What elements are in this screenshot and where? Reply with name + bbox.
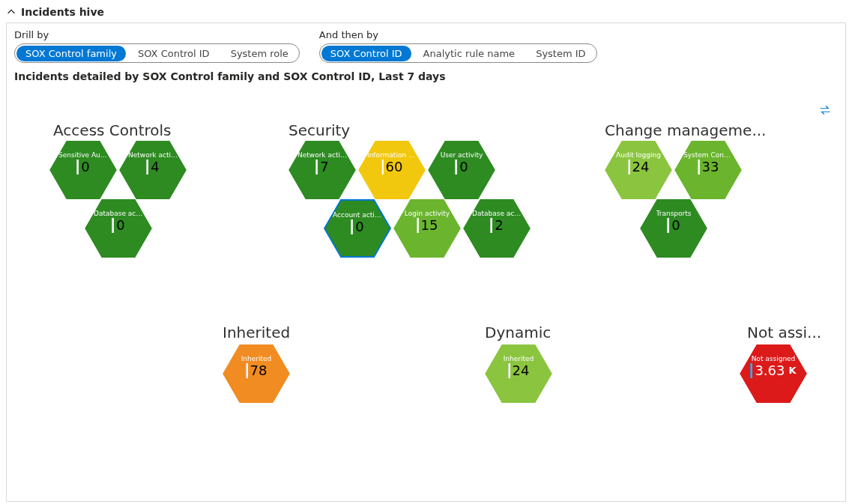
pill-then-system-id[interactable]: System ID <box>527 46 594 61</box>
hex-indicator-bar <box>490 218 492 233</box>
hex-value: 78 <box>250 362 268 378</box>
pill-sox-control-family[interactable]: SOX Control family <box>16 46 126 61</box>
hex-value: 33 <box>702 159 719 174</box>
hex-label: Sensitive Auth... <box>58 151 108 159</box>
then-by-pills: SOX Control ID Analytic rule name System… <box>319 43 597 63</box>
hex-value: 60 <box>386 159 403 174</box>
hex-indicator-bar <box>698 160 700 174</box>
hex-label: Inherited <box>504 355 534 362</box>
hive-hex[interactable]: Transports0 <box>640 199 707 258</box>
hex-label: Database acti... <box>472 210 522 217</box>
hive-hex[interactable]: Not assigned3.63K <box>740 344 807 403</box>
hex-value: 24 <box>632 159 650 174</box>
hive-hex[interactable]: Database acti...2 <box>463 199 531 258</box>
hex-value: 3.63 <box>755 362 785 378</box>
hive-hex[interactable]: Database acti...0 <box>85 199 152 258</box>
hex-label: System Confi... <box>683 151 733 159</box>
hive-hex[interactable]: Login activity15 <box>393 199 461 258</box>
swap-view-button[interactable] <box>818 103 832 119</box>
hex-indicator-bar <box>351 219 353 234</box>
chart-subtitle: Incidents detailed by SOX Control family… <box>14 70 838 82</box>
hex-label: Account activity <box>333 211 382 219</box>
then-by-label: And then by <box>319 29 378 40</box>
hex-label: Network activ... <box>128 151 178 159</box>
pill-then-analytic-rule[interactable]: Analytic rule name <box>414 46 525 61</box>
hex-indicator-bar <box>750 363 752 378</box>
hex-value: 24 <box>513 362 530 378</box>
hex-label: Audit logging <box>616 151 661 159</box>
then-by-group: And then by SOX Control ID Analytic rule… <box>319 29 597 63</box>
hive-hex[interactable]: Network activ...4 <box>119 141 187 199</box>
hex-indicator-bar <box>508 363 510 378</box>
hex-value: 15 <box>421 217 438 233</box>
hex-label: Inherited <box>241 355 272 362</box>
hex-label: Not assigned <box>752 355 796 362</box>
hive-hex[interactable]: Network activ...7 <box>288 141 356 199</box>
hex-value: 0 <box>671 217 680 233</box>
section-title: Incidents hive <box>21 6 104 18</box>
group-title: Change manageme... <box>605 121 766 139</box>
hex-indicator-bar <box>315 160 318 174</box>
hex-label: Information A... <box>367 151 417 159</box>
hex-value: 7 <box>320 159 328 174</box>
drill-by-label: Drill by <box>14 29 49 40</box>
hex-unit: K <box>789 365 797 376</box>
hex-indicator-bar <box>381 160 384 174</box>
drill-controls: Drill by SOX Control family SOX Control … <box>14 29 838 63</box>
group-title: Access Controls <box>53 121 172 139</box>
hex-value: 0 <box>355 219 363 234</box>
hex-indicator-bar <box>146 160 148 174</box>
hex-indicator-bar <box>112 218 114 233</box>
hive-hex[interactable]: Inherited78 <box>223 344 290 403</box>
hex-indicator-bar <box>455 160 457 174</box>
group-title: Security <box>288 121 350 139</box>
chevron-up-icon <box>6 7 16 17</box>
hive-hex[interactable]: System Confi...33 <box>674 141 742 199</box>
hive-hex[interactable]: Sensitive Auth...0 <box>49 141 117 199</box>
group-title: Dynamic <box>485 324 551 341</box>
hex-value: 2 <box>495 217 503 233</box>
hex-indicator-bar <box>667 218 669 233</box>
hex-indicator-bar <box>246 363 248 378</box>
hive-hex[interactable]: Inherited24 <box>485 344 552 403</box>
hive-hex[interactable]: Audit logging24 <box>605 141 672 199</box>
hex-value: 0 <box>116 217 124 233</box>
hex-value: 0 <box>459 159 468 174</box>
pill-system-role[interactable]: System role <box>222 46 297 61</box>
hive-canvas: Access ControlsSensitive Auth...0Network… <box>14 97 838 487</box>
hive-hex[interactable]: Account activity0 <box>324 199 391 258</box>
hex-label: Login activity <box>405 210 450 217</box>
hex-value: 4 <box>151 159 159 174</box>
hive-hex[interactable]: Information A...60 <box>358 141 426 199</box>
hex-label: Network activ... <box>297 151 347 159</box>
hex-label: Transports <box>656 210 692 217</box>
hex-indicator-bar <box>76 160 79 174</box>
pill-sox-control-id[interactable]: SOX Control ID <box>129 46 219 61</box>
pill-then-sox-control-id[interactable]: SOX Control ID <box>321 46 411 61</box>
hex-label: Database acti... <box>94 210 143 217</box>
hive-panel: Drill by SOX Control family SOX Control … <box>6 22 846 502</box>
section-header[interactable]: Incidents hive <box>6 6 846 18</box>
hex-label: User activity <box>441 151 483 159</box>
hex-value: 0 <box>81 159 89 174</box>
drill-by-pills: SOX Control family SOX Control ID System… <box>14 43 300 63</box>
hive-hex[interactable]: User activity0 <box>428 141 495 199</box>
hex-indicator-bar <box>417 218 419 233</box>
group-title: Inherited <box>223 324 290 341</box>
drill-by-group: Drill by SOX Control family SOX Control … <box>14 29 300 63</box>
hex-indicator-bar <box>628 160 630 174</box>
group-title: Not assi... <box>747 324 821 341</box>
